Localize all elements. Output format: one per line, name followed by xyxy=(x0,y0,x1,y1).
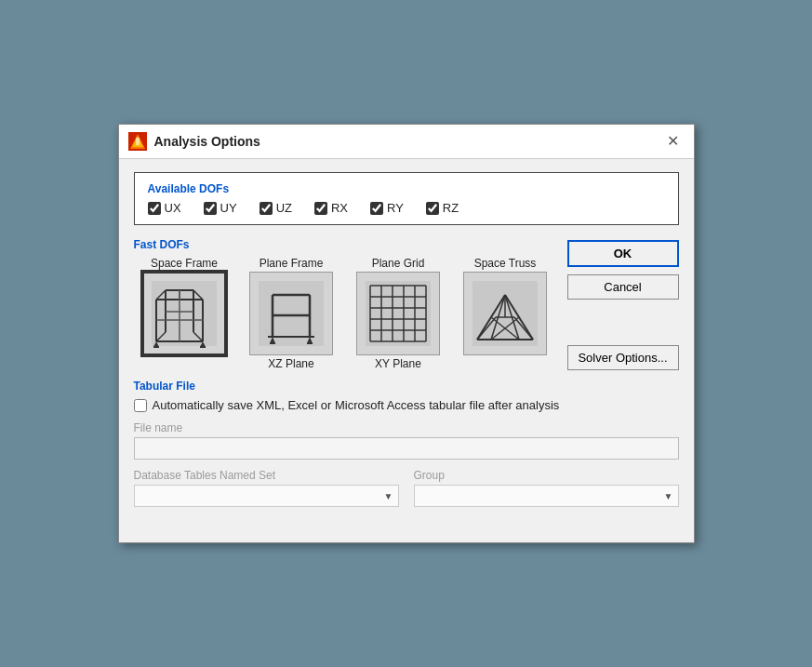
dof-uz-checkbox[interactable] xyxy=(260,202,273,215)
dialog-title: Analysis Options xyxy=(154,134,260,149)
title-bar-left: Analysis Options xyxy=(128,132,260,151)
db-tables-group: Database Tables Named Set xyxy=(134,469,399,507)
dof-rz-checkbox[interactable] xyxy=(426,202,439,215)
auto-save-checkbox[interactable] xyxy=(134,399,147,412)
tabular-section-label: Tabular File xyxy=(134,380,679,393)
dofs-box: Available DOFs UX UY UZ xyxy=(134,172,679,225)
plane-frame-label: Plane Frame xyxy=(260,257,324,270)
plane-frame-sublabel: XZ Plane xyxy=(268,357,313,370)
db-tables-select[interactable] xyxy=(134,485,399,507)
svg-rect-3 xyxy=(136,138,140,145)
plane-grid-icon xyxy=(361,276,435,351)
dialog-body: Available DOFs UX UY UZ xyxy=(119,159,694,542)
auto-save-label: Automatically save XML, Excel or Microso… xyxy=(153,398,560,412)
group-field-group: Group xyxy=(414,469,679,507)
file-name-label: File name xyxy=(134,421,679,434)
space-truss-item[interactable]: Space Truss xyxy=(455,257,556,370)
analysis-options-dialog: Analysis Options ✕ Available DOFs UX UY xyxy=(118,124,695,543)
group-select-wrapper xyxy=(414,485,679,507)
app-icon xyxy=(128,132,147,151)
plane-frame-item[interactable]: Plane Frame xyxy=(241,257,342,370)
auto-save-row: Automatically save XML, Excel or Microso… xyxy=(134,398,679,412)
plane-frame-box[interactable] xyxy=(249,272,333,355)
space-frame-box[interactable] xyxy=(142,272,226,355)
space-frame-icon xyxy=(147,276,221,351)
dof-ry-checkbox[interactable] xyxy=(370,202,383,215)
dof-uy-checkbox[interactable] xyxy=(204,202,217,215)
fast-dofs-label: Fast DOFs xyxy=(134,238,556,251)
space-frame-label: Space Frame xyxy=(151,257,218,270)
dof-ux-checkbox[interactable] xyxy=(148,202,161,215)
group-label: Group xyxy=(414,469,679,482)
dof-ux: UX xyxy=(148,201,181,215)
plane-frame-icon xyxy=(254,276,328,351)
dof-uz-label: UZ xyxy=(276,201,292,215)
file-name-group: File name xyxy=(134,421,679,460)
space-frame-item[interactable]: Space Frame xyxy=(134,257,235,370)
db-tables-label: Database Tables Named Set xyxy=(134,469,399,482)
main-content: Fast DOFs Space Frame xyxy=(134,238,679,370)
dofs-section-label: Available DOFs xyxy=(148,182,665,195)
space-truss-label: Space Truss xyxy=(474,257,537,270)
dof-uz: UZ xyxy=(260,201,292,215)
fast-dofs-grid: Space Frame xyxy=(134,257,556,370)
title-bar: Analysis Options ✕ xyxy=(119,125,694,159)
cancel-button[interactable]: Cancel xyxy=(567,274,679,300)
db-tables-select-wrapper xyxy=(134,485,399,507)
dofs-inner: UX UY UZ RX xyxy=(148,201,665,215)
dof-ux-label: UX xyxy=(165,201,181,215)
dof-rx-label: RX xyxy=(331,201,348,215)
tabular-section: Tabular File Automatically save XML, Exc… xyxy=(134,380,679,516)
dof-uy-label: UY xyxy=(220,201,237,215)
close-button[interactable]: ✕ xyxy=(661,132,685,151)
plane-grid-label: Plane Grid xyxy=(372,257,425,270)
right-col: OK Cancel Solver Options... xyxy=(567,238,679,370)
space-truss-icon xyxy=(468,276,542,351)
plane-grid-sublabel: XY Plane xyxy=(375,357,421,370)
left-col: Fast DOFs Space Frame xyxy=(134,238,556,370)
available-dofs-section: Available DOFs UX UY UZ xyxy=(134,172,679,225)
dof-rz-label: RZ xyxy=(443,201,459,215)
svg-rect-35 xyxy=(366,281,431,346)
plane-grid-box[interactable] xyxy=(356,272,440,355)
dof-rx: RX xyxy=(314,201,348,215)
dof-rz: RZ xyxy=(426,201,459,215)
plane-grid-item[interactable]: Plane Grid xyxy=(348,257,449,370)
group-select[interactable] xyxy=(414,485,679,507)
ok-button[interactable]: OK xyxy=(567,240,679,267)
space-truss-box[interactable] xyxy=(463,272,547,355)
solver-options-button[interactable]: Solver Options... xyxy=(567,345,679,370)
dof-rx-checkbox[interactable] xyxy=(314,202,327,215)
dof-uy: UY xyxy=(204,201,237,215)
dof-ry-label: RY xyxy=(387,201,404,215)
dof-ry: RY xyxy=(370,201,404,215)
two-col-fields: Database Tables Named Set Group xyxy=(134,469,679,516)
file-name-input[interactable] xyxy=(134,437,679,460)
